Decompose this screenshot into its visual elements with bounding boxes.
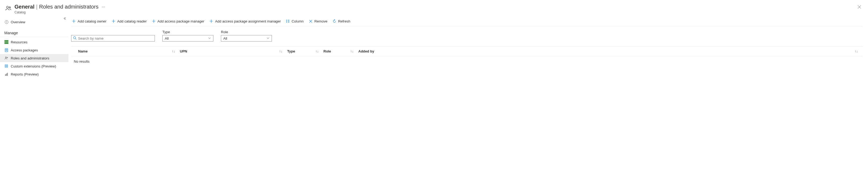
- svg-point-4: [6, 21, 6, 22]
- plus-icon: [152, 19, 156, 23]
- plus-icon: [209, 19, 213, 23]
- add-access-package-manager-button[interactable]: Add access package manager: [151, 18, 205, 24]
- sidebar-item-custom-extensions[interactable]: Custom extensions (Preview): [0, 62, 68, 70]
- svg-rect-13: [7, 43, 8, 44]
- svg-rect-9: [6, 41, 7, 43]
- svg-rect-11: [5, 43, 6, 44]
- chevron-down-icon: [267, 36, 270, 40]
- sidebar-item-label: Access packages: [11, 48, 38, 52]
- page-subtitle: Catalog: [14, 10, 105, 14]
- page-title-section: Roles and administrators: [39, 4, 98, 10]
- info-icon: [4, 20, 8, 24]
- svg-rect-5: [5, 40, 6, 41]
- sidebar-item-reports[interactable]: Reports (Preview): [0, 70, 68, 78]
- sidebar-item-label: Overview: [11, 20, 25, 24]
- search-icon: [73, 36, 76, 40]
- svg-rect-23: [7, 73, 8, 76]
- role-dropdown[interactable]: All: [221, 35, 272, 41]
- toolbar-label: Column: [291, 19, 304, 23]
- svg-point-24: [73, 37, 76, 39]
- extension-icon: [4, 64, 8, 68]
- svg-point-17: [5, 57, 6, 58]
- toolbar-label: Add catalog owner: [78, 19, 106, 23]
- svg-point-18: [7, 57, 8, 58]
- sidebar: Overview Manage Resources Access package…: [0, 16, 68, 78]
- search-field[interactable]: [78, 36, 153, 40]
- reports-icon: [4, 72, 8, 76]
- add-catalog-reader-button[interactable]: Add catalog reader: [111, 18, 147, 24]
- people-icon: [4, 56, 8, 60]
- svg-rect-20: [5, 65, 7, 67]
- toolbar-label: Remove: [314, 19, 327, 23]
- svg-rect-21: [5, 74, 6, 76]
- svg-rect-6: [6, 40, 7, 41]
- title-separator: |: [36, 4, 37, 10]
- toolbar-label: Add catalog reader: [117, 19, 147, 23]
- package-icon: [4, 48, 8, 52]
- table-header: Name↑↓ UPN↑↓ Type↑↓ Role↑↓ Added by↑↓: [71, 47, 863, 56]
- column-role[interactable]: Role↑↓: [323, 49, 358, 53]
- plus-icon: [112, 19, 116, 23]
- sort-icon: ↑↓: [279, 49, 287, 53]
- sort-icon: ↑↓: [855, 49, 863, 53]
- plus-icon: [72, 19, 76, 23]
- sidebar-item-label: Custom extensions (Preview): [11, 64, 56, 68]
- type-dropdown[interactable]: All: [162, 35, 213, 41]
- close-button[interactable]: [856, 4, 863, 11]
- sidebar-item-roles-administrators[interactable]: Roles and administrators: [0, 54, 68, 62]
- more-icon[interactable]: ⋯: [102, 5, 105, 9]
- svg-rect-22: [6, 73, 7, 76]
- search-input[interactable]: [71, 35, 155, 41]
- toolbar: Add catalog owner Add catalog reader Add…: [71, 16, 863, 26]
- svg-rect-7: [7, 40, 8, 41]
- main-content: Add catalog owner Add catalog reader Add…: [68, 16, 868, 78]
- sidebar-item-resources[interactable]: Resources: [0, 38, 68, 46]
- refresh-button[interactable]: Refresh: [332, 18, 351, 24]
- svg-rect-10: [7, 41, 8, 43]
- column-added-by[interactable]: Added by↑↓: [358, 49, 863, 53]
- column-button[interactable]: Column: [285, 18, 304, 24]
- filter-bar: Type All Role All: [71, 26, 863, 46]
- no-results-text: No results: [71, 56, 863, 64]
- header: General | Roles and administrators ⋯ Cat…: [0, 0, 868, 16]
- sidebar-item-label: Roles and administrators: [11, 56, 50, 60]
- add-catalog-owner-button[interactable]: Add catalog owner: [71, 18, 107, 24]
- toolbar-label: Add access package manager: [158, 19, 205, 23]
- type-label: Type: [162, 30, 213, 34]
- refresh-icon: [332, 19, 337, 23]
- sidebar-item-access-packages[interactable]: Access packages: [0, 46, 68, 54]
- dropdown-value: All: [165, 36, 168, 40]
- svg-rect-12: [6, 43, 7, 44]
- collapse-sidebar-icon[interactable]: [63, 17, 66, 21]
- dropdown-value: All: [223, 36, 227, 40]
- remove-button[interactable]: Remove: [308, 18, 328, 24]
- sidebar-item-label: Reports (Preview): [11, 72, 39, 76]
- toolbar-label: Refresh: [338, 19, 350, 23]
- svg-point-0: [6, 6, 8, 8]
- sidebar-item-overview[interactable]: Overview: [0, 18, 68, 26]
- sort-icon: ↑↓: [172, 49, 180, 53]
- add-access-package-assignment-manager-button[interactable]: Add access package assignment manager: [209, 18, 281, 24]
- sort-icon: ↑↓: [315, 49, 323, 53]
- columns-icon: [286, 19, 290, 23]
- sort-icon: ↑↓: [350, 49, 358, 53]
- role-label: Role: [221, 30, 272, 34]
- svg-rect-8: [5, 41, 6, 43]
- column-name[interactable]: Name↑↓: [71, 49, 180, 53]
- grid-icon: [4, 40, 8, 44]
- column-upn[interactable]: UPN↑↓: [180, 49, 287, 53]
- close-icon: [308, 19, 313, 23]
- page-title-name: General: [14, 4, 34, 10]
- toolbar-label: Add access package assignment manager: [215, 19, 281, 23]
- chevron-down-icon: [208, 36, 211, 40]
- results-table: Name↑↓ UPN↑↓ Type↑↓ Role↑↓ Added by↑↓ No…: [71, 46, 863, 64]
- sidebar-item-label: Resources: [11, 40, 27, 44]
- people-icon: [5, 5, 12, 12]
- column-type[interactable]: Type↑↓: [287, 49, 323, 53]
- svg-point-1: [9, 7, 10, 8]
- svg-rect-16: [5, 50, 7, 50]
- sidebar-section-manage: Manage: [0, 26, 68, 37]
